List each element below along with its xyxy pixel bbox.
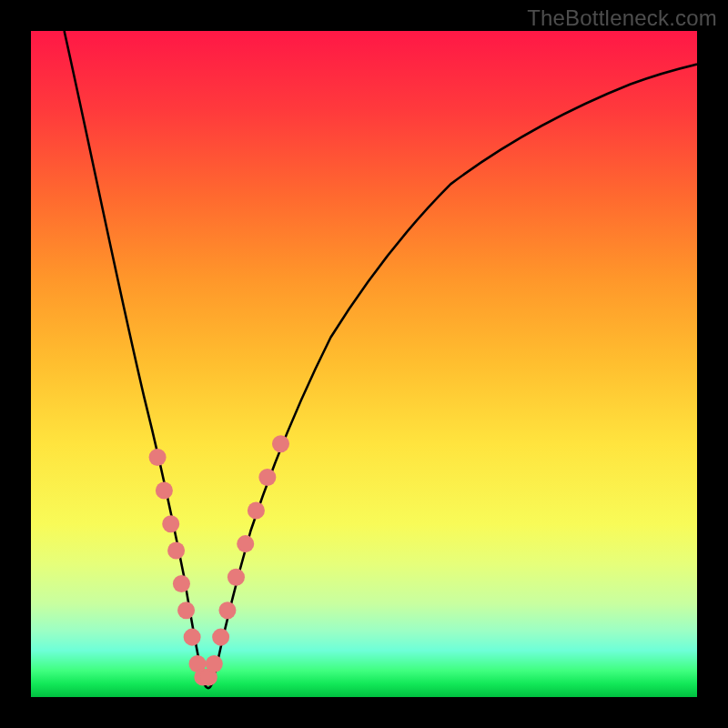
marker-dot bbox=[184, 629, 201, 646]
marker-dot bbox=[206, 655, 223, 672]
attribution-text: TheBottleneck.com bbox=[527, 5, 717, 31]
marker-dot bbox=[177, 602, 195, 619]
chart-frame: TheBottleneck.com bbox=[0, 0, 728, 728]
chart-svg bbox=[31, 31, 697, 697]
marker-dot bbox=[218, 602, 236, 619]
bottleneck-curve bbox=[65, 31, 697, 688]
marker-group bbox=[149, 435, 289, 685]
marker-dot bbox=[248, 502, 265, 520]
marker-dot bbox=[149, 449, 167, 466]
marker-dot bbox=[162, 515, 179, 532]
marker-dot bbox=[156, 482, 173, 500]
marker-dot bbox=[212, 629, 229, 646]
marker-dot bbox=[272, 435, 289, 452]
marker-dot bbox=[173, 575, 190, 592]
marker-dot bbox=[167, 541, 185, 559]
marker-dot bbox=[228, 569, 245, 586]
marker-dot bbox=[258, 469, 276, 486]
marker-dot bbox=[237, 535, 254, 552]
